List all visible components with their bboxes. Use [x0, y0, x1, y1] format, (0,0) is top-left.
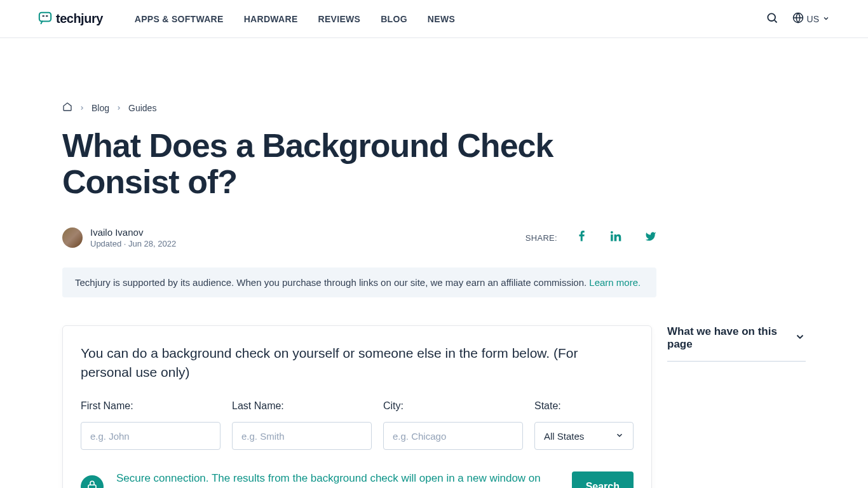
form-row: First Name: Last Name: City: State:	[81, 400, 634, 450]
nav-reviews[interactable]: REVIEWS	[318, 14, 361, 24]
search-submit-button[interactable]: Search	[572, 471, 634, 488]
svg-rect-0	[39, 12, 51, 21]
secure-row: Secure connection. The results from the …	[81, 470, 634, 488]
city-input[interactable]	[383, 422, 523, 450]
share-label: SHARE:	[526, 233, 557, 243]
last-name-field-group: Last Name:	[232, 400, 372, 450]
city-field-group: City:	[383, 400, 523, 450]
state-label: State:	[534, 400, 634, 412]
chevron-right-icon	[79, 103, 85, 113]
last-name-label: Last Name:	[232, 400, 372, 412]
nav-hardware[interactable]: HARDWARE	[244, 14, 298, 24]
state-value: All States	[544, 431, 584, 442]
state-select[interactable]: All States	[534, 422, 634, 450]
nav-news[interactable]: NEWS	[428, 14, 455, 24]
author-name[interactable]: Ivailo Ivanov	[90, 227, 176, 238]
globe-icon	[792, 12, 804, 26]
first-name-field-group: First Name:	[81, 400, 220, 450]
city-label: City:	[383, 400, 523, 412]
bgcheck-card: You can do a background check on yoursel…	[62, 325, 652, 488]
svg-rect-1	[42, 15, 44, 17]
site-header: techjury APPS & SOFTWARE HARDWARE REVIEW…	[0, 0, 868, 38]
header-right: US	[766, 11, 830, 26]
last-name-input[interactable]	[232, 422, 372, 450]
share-block: SHARE:	[526, 231, 656, 245]
nav-apps-software[interactable]: APPS & SOFTWARE	[135, 14, 224, 24]
share-linkedin[interactable]	[611, 231, 622, 245]
share-icons	[576, 231, 656, 245]
toc-title: What we have on this page	[667, 325, 794, 351]
chevron-down-icon	[615, 431, 624, 442]
nav-blog[interactable]: BLOG	[381, 14, 407, 24]
notice-learn-more[interactable]: Learn more.	[589, 277, 641, 288]
chevron-down-icon	[794, 331, 806, 345]
locale-selector[interactable]: US	[792, 12, 830, 26]
breadcrumb: Blog Guides	[62, 102, 806, 114]
locale-code: US	[807, 14, 819, 24]
lock-icon	[86, 480, 98, 488]
share-twitter[interactable]	[645, 231, 656, 245]
lock-badge	[81, 475, 104, 488]
breadcrumb-guides[interactable]: Guides	[128, 103, 156, 113]
card-heading: You can do a background check on yoursel…	[81, 344, 608, 381]
search-button[interactable]	[766, 11, 778, 26]
logo-icon	[38, 11, 52, 27]
breadcrumb-blog[interactable]: Blog	[92, 103, 109, 113]
facebook-icon	[576, 233, 588, 244]
notice-text: Techjury is supported by its audience. W…	[75, 277, 589, 288]
toc-toggle[interactable]: What we have on this page	[667, 325, 806, 362]
first-name-label: First Name:	[81, 400, 220, 412]
svg-rect-2	[46, 15, 48, 17]
logo-text: techjury	[56, 11, 103, 26]
updated-date: Updated · Jun 28, 2022	[90, 239, 176, 248]
breadcrumb-home[interactable]	[62, 102, 72, 114]
svg-point-3	[768, 13, 775, 21]
meta-row: Ivailo Ivanov Updated · Jun 28, 2022 SHA…	[62, 227, 656, 248]
site-logo[interactable]: techjury	[38, 11, 103, 27]
author-block: Ivailo Ivanov Updated · Jun 28, 2022	[62, 227, 176, 248]
page-title: What Does a Background Check Consist of?	[62, 128, 660, 200]
svg-rect-5	[88, 485, 96, 488]
share-facebook[interactable]	[576, 231, 588, 245]
twitter-icon	[645, 233, 656, 244]
first-name-input[interactable]	[81, 422, 220, 450]
chevron-right-icon	[116, 103, 122, 113]
state-field-group: State: All States	[534, 400, 634, 450]
home-icon	[62, 104, 72, 114]
linkedin-icon	[611, 233, 622, 244]
chevron-down-icon	[822, 13, 830, 25]
author-avatar[interactable]	[62, 227, 83, 248]
search-icon	[766, 11, 778, 26]
secure-text: Secure connection. The results from the …	[116, 470, 559, 488]
main-nav: APPS & SOFTWARE HARDWARE REVIEWS BLOG NE…	[135, 14, 455, 24]
affiliate-notice: Techjury is supported by its audience. W…	[62, 268, 656, 297]
